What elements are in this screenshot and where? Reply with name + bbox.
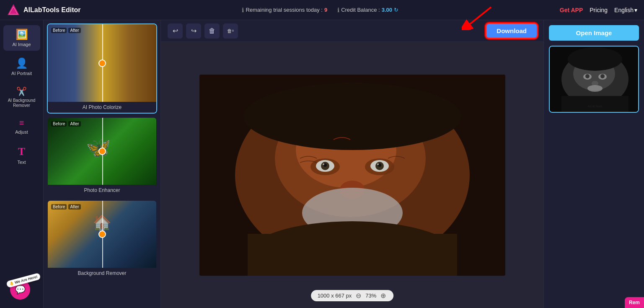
ai-portrait-icon: 👤 — [16, 57, 28, 69]
logo-area: AILabTools Editor — [7, 3, 81, 17]
bg-remover-icon: ✂️ — [16, 86, 27, 96]
zoom-info: 1000 x 667 px ⊖ 73% ⊕ — [311, 290, 394, 301]
redo-button[interactable]: ↪ — [186, 23, 201, 39]
download-button[interactable]: Download — [486, 24, 537, 38]
credit-info: ℹ Credit Balance : 3.00 ↻ — [337, 7, 398, 13]
delete-button[interactable]: 🗑 — [204, 23, 220, 39]
sidebar-label-ai-portrait: AI Portrait — [11, 71, 32, 76]
sidebar-item-bg-remover[interactable]: ✂️ AI Background Remover — [3, 83, 40, 111]
before-after-labels-colorize: Before After — [51, 28, 81, 33]
thumbnails-panel: Before After AI Photo Colorize 🦋 Before — [44, 20, 161, 308]
text-icon: T — [18, 145, 25, 158]
zoom-out-button[interactable]: ⊖ — [355, 292, 362, 300]
canvas-area: ↩ ↪ 🗑 🗑≡ Download AILabTools AILabTools … — [161, 20, 543, 308]
portrait-svg — [199, 75, 505, 276]
after-label-bg: After — [68, 204, 80, 210]
thumbnail-bg-remover[interactable]: 🏠 Before After Background Remover — [47, 200, 157, 280]
credit-value: 3.00 — [382, 7, 392, 13]
sidebar-label-ai-image: AI Image — [12, 42, 31, 47]
svg-point-11 — [323, 163, 324, 165]
before-label-colorize: Before — [51, 28, 67, 33]
sidebar-item-ai-image[interactable]: 🖼️ AI Image — [3, 25, 40, 51]
header: AILabTools Editor ℹ Remaining trial sess… — [0, 0, 644, 20]
logo-icon — [7, 3, 20, 17]
get-app-button[interactable]: Get APP — [560, 7, 583, 13]
svg-point-15 — [377, 163, 379, 165]
svg-point-29 — [587, 85, 603, 92]
colorize-title: AI Photo Colorize — [48, 102, 156, 113]
before-after-labels-bg: Before After — [51, 204, 81, 210]
chevron-down-icon: ▾ — [634, 7, 637, 13]
sidebar-item-adjust[interactable]: ≡ Adjust — [3, 115, 40, 138]
sidebar: 🖼️ AI Image 👤 AI Portrait ✂️ AI Backgrou… — [0, 20, 44, 308]
delete-all-button[interactable]: 🗑≡ — [223, 23, 238, 39]
svg-point-25 — [585, 74, 590, 78]
main-layout: 🖼️ AI Image 👤 AI Portrait ✂️ AI Backgrou… — [0, 20, 644, 308]
trial-value: 9 — [324, 7, 327, 13]
pricing-button[interactable]: Pricing — [590, 7, 608, 13]
svg-marker-0 — [8, 4, 19, 15]
rem-label: Rem — [629, 300, 640, 305]
header-info: ℹ Remaining trial sessions today : 9 ℹ C… — [81, 7, 560, 13]
sidebar-label-adjust: Adjust — [15, 129, 28, 135]
sidebar-label-text: Text — [17, 160, 26, 165]
sidebar-item-text[interactable]: T Text — [3, 142, 40, 168]
open-image-button[interactable]: Open Image — [549, 25, 639, 41]
toolbar: ↩ ↪ 🗑 🗑≡ Download — [161, 20, 543, 42]
preview-thumbnail: AILabTools — [549, 46, 639, 113]
sidebar-item-ai-portrait[interactable]: 👤 AI Portrait — [3, 54, 40, 80]
app-title: AILabTools Editor — [23, 6, 81, 14]
svg-point-27 — [600, 74, 605, 78]
thumbnail-enhancer[interactable]: 🦋 Before After Photo Enhancer — [47, 117, 157, 197]
rem-badge[interactable]: Rem — [625, 297, 644, 308]
thumbnail-colorize[interactable]: Before After AI Photo Colorize — [47, 23, 157, 114]
sidebar-label-bg-remover: AI Background Remover — [6, 98, 38, 108]
trial-info: ℹ Remaining trial sessions today : 9 — [242, 7, 327, 13]
credit-label: Credit Balance : — [341, 7, 380, 13]
zoom-in-button[interactable]: ⊕ — [380, 292, 387, 300]
before-label-bg: Before — [51, 204, 67, 210]
refresh-icon[interactable]: ↻ — [394, 7, 398, 13]
before-after-labels-enhancer: Before After — [51, 121, 81, 127]
trial-label: Remaining trial sessions today : — [246, 7, 323, 13]
preview-portrait-svg: AILabTools — [550, 47, 639, 113]
adjust-icon: ≡ — [19, 118, 24, 128]
svg-rect-20 — [248, 234, 457, 276]
bg-remover-title: Background Remover — [48, 268, 156, 279]
canvas-dimensions: 1000 x 667 px — [318, 292, 352, 299]
language-selector[interactable]: English ▾ — [614, 7, 637, 13]
right-panel: Open Image AILabTools — [543, 20, 644, 308]
svg-point-18 — [243, 83, 461, 150]
undo-button[interactable]: ↩ — [168, 23, 183, 39]
header-right: Get APP Pricing English ▾ — [560, 7, 637, 13]
zoom-level: 73% — [365, 292, 376, 299]
after-label-colorize: After — [68, 28, 80, 33]
info-icon-trial: ℹ — [242, 7, 244, 13]
language-label: English — [614, 7, 634, 13]
enhancer-title: Photo Enhancer — [48, 185, 156, 196]
ai-image-icon: 🖼️ — [16, 28, 28, 40]
svg-text:AILabTools: AILabTools — [588, 105, 603, 108]
info-icon-credit: ℹ — [337, 7, 339, 13]
svg-point-30 — [568, 47, 622, 71]
before-label-enhancer: Before — [51, 121, 67, 127]
canvas-wrapper: AILabTools AILabTools AILabTools AILabTo… — [161, 42, 543, 308]
svg-rect-31 — [561, 96, 628, 113]
canvas-image: AILabTools AILabTools AILabTools AILabTo… — [199, 75, 505, 276]
chat-widget[interactable]: 🤚 We Are Here! 💬 — [8, 280, 30, 300]
after-label-enhancer: After — [68, 121, 80, 127]
